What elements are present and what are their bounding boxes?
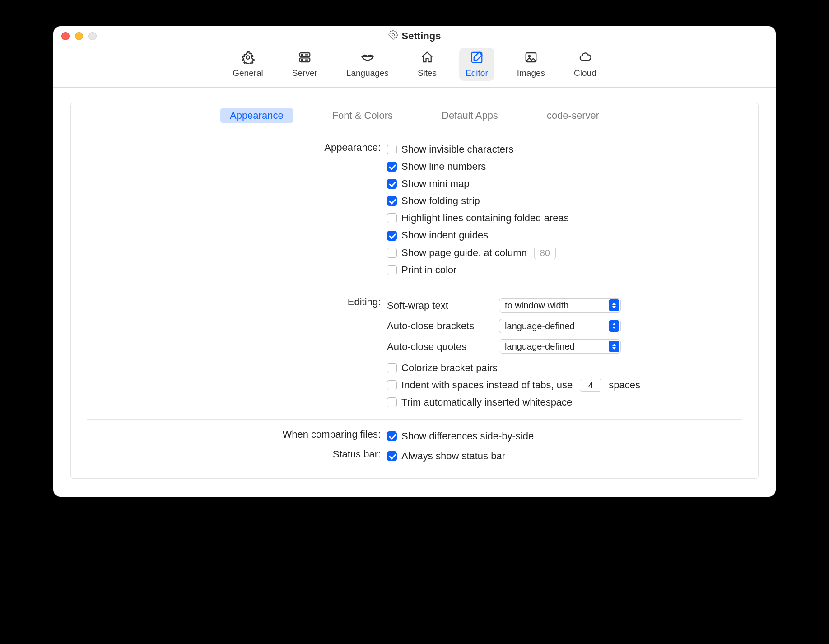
toolbar-item-languages[interactable]: Languages	[340, 48, 395, 81]
appearance-label: Appearance:	[71, 141, 387, 154]
segment-default-apps[interactable]: Default Apps	[432, 108, 508, 123]
divider	[87, 419, 742, 420]
settings-window: Settings General Server Languages Sites …	[53, 26, 776, 497]
editor-panel: Appearance Font & Colors Default Apps co…	[70, 103, 759, 479]
softwrap-label: Soft-wrap text	[387, 297, 491, 314]
select-value: to window width	[505, 298, 568, 313]
chk-label: Colorize bracket pairs	[401, 360, 498, 376]
chk-label: Show invisible characters	[401, 142, 513, 157]
chk-trim-whitespace[interactable]	[387, 397, 397, 407]
edit-icon	[468, 51, 485, 66]
toolbar-item-label: Languages	[346, 68, 389, 78]
stepper-icon	[609, 341, 619, 352]
group-appearance: Appearance: Show invisible characters Sh…	[71, 141, 758, 279]
stepper-icon	[609, 320, 619, 332]
statusbar-label: Status bar:	[71, 448, 387, 460]
svg-point-1	[246, 56, 250, 59]
chk-show-line-numbers[interactable]	[387, 162, 397, 172]
compare-label: When comparing files:	[71, 428, 387, 440]
minimize-window-button[interactable]	[75, 32, 83, 40]
indent-spaces-suffix: spaces	[609, 378, 640, 393]
indent-spaces-input[interactable]: 4	[580, 379, 601, 392]
toolbar-item-sites[interactable]: Sites	[411, 48, 443, 81]
select-value: language-defined	[505, 339, 575, 354]
svg-point-10	[528, 56, 530, 57]
chk-colorize-brackets[interactable]	[387, 363, 397, 373]
settings-toolbar: General Server Languages Sites Editor Im…	[53, 46, 776, 88]
editing-label: Editing:	[71, 295, 387, 308]
content-area: Appearance Font & Colors Default Apps co…	[53, 88, 776, 497]
svg-point-5	[302, 60, 303, 61]
gear-icon	[239, 51, 256, 66]
segment-font-colors[interactable]: Font & Colors	[322, 108, 403, 123]
window-title: Settings	[53, 30, 776, 42]
segment-code-server[interactable]: code-server	[537, 108, 609, 123]
divider	[87, 287, 742, 287]
toolbar-item-general[interactable]: General	[226, 48, 270, 81]
chk-label: Trim automatically inserted whitespace	[401, 395, 572, 410]
titlebar: Settings	[53, 26, 776, 46]
chk-label: Show line numbers	[401, 159, 486, 174]
group-statusbar: Status bar: Always show status bar	[71, 448, 758, 465]
zoom-window-button[interactable]	[88, 32, 97, 40]
chk-label: Show page guide, at column	[401, 245, 527, 261]
page-guide-column-input[interactable]: 80	[534, 247, 556, 259]
window-title-text: Settings	[402, 30, 441, 42]
autoclose-quotes-label: Auto-close quotes	[387, 338, 491, 355]
group-compare: When comparing files: Show differences s…	[71, 428, 758, 445]
toolbar-item-cloud[interactable]: Cloud	[568, 48, 603, 81]
lips-icon	[359, 51, 376, 66]
chk-label: Show differences side-by-side	[401, 429, 534, 444]
cloud-icon	[577, 51, 594, 66]
chk-indent-with-spaces[interactable]	[387, 380, 397, 390]
chk-show-page-guide[interactable]	[387, 248, 397, 258]
autoclose-brackets-label: Auto-close brackets	[387, 317, 491, 334]
toolbar-item-label: General	[233, 68, 263, 78]
chk-show-minimap[interactable]	[387, 179, 397, 189]
select-value: language-defined	[505, 318, 575, 334]
segment-appearance[interactable]: Appearance	[220, 108, 293, 123]
chk-show-folding-strip[interactable]	[387, 196, 397, 206]
autoclose-brackets-select[interactable]: language-defined	[499, 319, 621, 333]
toolbar-item-label: Sites	[418, 68, 437, 78]
chk-show-invisible[interactable]	[387, 145, 397, 154]
chk-label: Print in color	[401, 262, 456, 278]
toolbar-item-editor[interactable]: Editor	[459, 48, 494, 81]
toolbar-item-label: Editor	[466, 68, 488, 78]
server-icon	[296, 51, 313, 66]
autoclose-quotes-select[interactable]: language-defined	[499, 339, 621, 354]
toolbar-item-server[interactable]: Server	[286, 48, 324, 81]
chk-print-in-color[interactable]	[387, 265, 397, 275]
chk-label: Indent with spaces instead of tabs, use	[401, 378, 573, 393]
chk-label: Highlight lines containing folded areas	[401, 210, 569, 226]
stepper-icon	[609, 299, 619, 311]
toolbar-item-images[interactable]: Images	[511, 48, 551, 81]
segment-bar: Appearance Font & Colors Default Apps co…	[71, 103, 758, 129]
house-icon	[419, 51, 436, 66]
close-window-button[interactable]	[61, 32, 70, 40]
toolbar-item-label: Cloud	[574, 68, 596, 78]
softwrap-select[interactable]: to window width	[499, 298, 621, 313]
svg-rect-9	[526, 53, 536, 62]
toolbar-item-label: Server	[292, 68, 317, 78]
svg-point-4	[302, 54, 303, 55]
chk-label: Show mini map	[401, 176, 469, 191]
toolbar-item-label: Images	[517, 68, 545, 78]
svg-point-0	[392, 33, 395, 36]
window-controls	[61, 32, 97, 40]
chk-label: Show indent guides	[401, 228, 488, 243]
image-icon	[522, 51, 540, 66]
group-editing: Editing: Soft-wrap text to window width …	[71, 295, 758, 411]
chk-always-show-statusbar[interactable]	[387, 451, 397, 461]
gear-icon	[388, 30, 398, 42]
chk-label: Show folding strip	[401, 193, 480, 209]
chk-highlight-folded[interactable]	[387, 213, 397, 223]
chk-label: Always show status bar	[401, 448, 505, 464]
chk-show-indent-guides[interactable]	[387, 231, 397, 241]
form: Appearance: Show invisible characters Sh…	[71, 129, 758, 478]
chk-side-by-side[interactable]	[387, 431, 397, 441]
